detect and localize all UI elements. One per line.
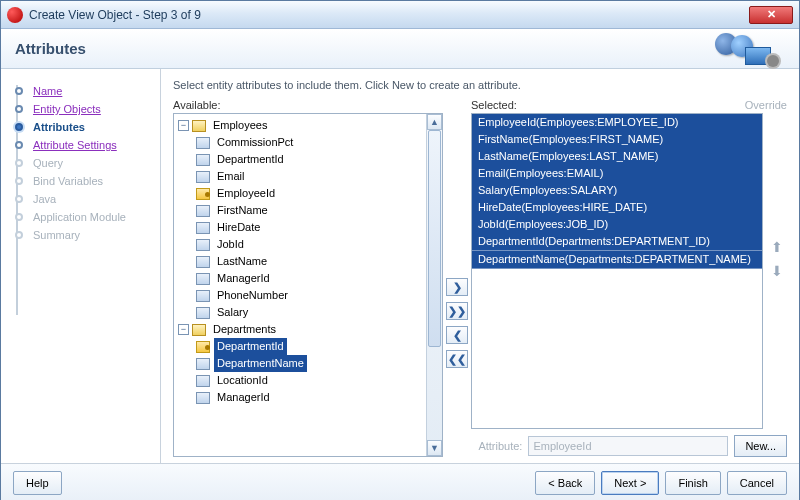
wizard-window: Create View Object - Step 3 of 9 ✕ Attri…	[0, 0, 800, 500]
help-button[interactable]: Help	[13, 471, 62, 495]
tree-item[interactable]: ManagerId	[196, 389, 440, 406]
cancel-button[interactable]: Cancel	[727, 471, 787, 495]
step-label: Application Module	[33, 211, 126, 223]
step-attributes[interactable]: Attributes	[7, 121, 154, 133]
step-java: Java	[7, 193, 154, 205]
tree-item[interactable]: JobId	[196, 236, 440, 253]
selected-list[interactable]: EmployeeId(Employees:EMPLOYEE_ID) FirstN…	[471, 113, 763, 429]
available-tree[interactable]: − Employees CommissionPct DepartmentId E…	[173, 113, 443, 457]
back-button[interactable]: < Back	[535, 471, 595, 495]
next-button[interactable]: Next >	[601, 471, 659, 495]
shuttle-buttons: ❯ ❯❯ ❮ ❮❮	[443, 99, 471, 457]
attribute-label: Attribute:	[478, 440, 522, 452]
entity-icon	[192, 324, 206, 336]
tree-item[interactable]: LastName	[196, 253, 440, 270]
list-item[interactable]: FirstName(Employees:FIRST_NAME)	[472, 131, 762, 148]
tree-label: Departments	[210, 321, 279, 338]
attribute-icon	[196, 137, 210, 149]
wizard-steps: Name Entity Objects Attributes Attribute…	[1, 69, 161, 463]
step-entity-objects[interactable]: Entity Objects	[7, 103, 154, 115]
move-down-icon[interactable]: ⬇	[771, 263, 783, 279]
tree-item[interactable]: FirstName	[196, 202, 440, 219]
finish-button[interactable]: Finish	[665, 471, 720, 495]
step-summary: Summary	[7, 229, 154, 241]
selected-label: Selected: Override	[471, 99, 787, 111]
tree-item[interactable]: DepartmentName	[196, 355, 440, 372]
attribute-icon	[196, 358, 210, 370]
tree-item[interactable]: Email	[196, 168, 440, 185]
tree-label: Employees	[210, 117, 270, 134]
scroll-up-icon[interactable]: ▲	[427, 114, 442, 130]
tree-label: DepartmentId	[214, 151, 287, 168]
tree-label: ManagerId	[214, 270, 273, 287]
selected-label-text: Selected:	[471, 99, 517, 111]
list-item[interactable]: DepartmentId(Departments:DEPARTMENT_ID)	[472, 233, 762, 250]
list-item[interactable]: JobId(Employees:JOB_ID)	[472, 216, 762, 233]
reorder-buttons: ⬆ ⬇	[767, 113, 787, 429]
collapse-icon[interactable]: −	[178, 324, 189, 335]
step-label: Java	[33, 193, 56, 205]
scrollbar[interactable]: ▲ ▼	[426, 114, 442, 456]
tree-item[interactable]: Salary	[196, 304, 440, 321]
wizard-footer: Help < Back Next > Finish Cancel	[1, 463, 799, 500]
step-label: Entity Objects	[33, 103, 101, 115]
tree-label: ManagerId	[214, 389, 273, 406]
entity-icon	[192, 120, 206, 132]
step-name[interactable]: Name	[7, 85, 154, 97]
move-up-icon[interactable]: ⬆	[771, 239, 783, 255]
close-button[interactable]: ✕	[749, 6, 793, 24]
tree-item[interactable]: ManagerId	[196, 270, 440, 287]
step-label: Bind Variables	[33, 175, 103, 187]
list-item[interactable]: Email(Employees:EMAIL)	[472, 165, 762, 182]
attribute-field[interactable]	[528, 436, 728, 456]
banner: Attributes	[1, 29, 799, 69]
tree-item[interactable]: HireDate	[196, 219, 440, 236]
tree-label: DepartmentId	[214, 338, 287, 355]
scroll-down-icon[interactable]: ▼	[427, 440, 442, 456]
key-icon	[196, 341, 210, 353]
step-label: Query	[33, 157, 63, 169]
step-bind-variables: Bind Variables	[7, 175, 154, 187]
list-item[interactable]: DepartmentName(Departments:DEPARTMENT_NA…	[472, 250, 762, 269]
tree-item[interactable]: CommissionPct	[196, 134, 440, 151]
tree-label: DepartmentName	[214, 355, 307, 372]
window-title: Create View Object - Step 3 of 9	[29, 8, 749, 22]
tree-label: CommissionPct	[214, 134, 296, 151]
override-link[interactable]: Override	[745, 99, 787, 111]
attribute-icon	[196, 171, 210, 183]
tree-item[interactable]: DepartmentId	[196, 151, 440, 168]
tree-item[interactable]: EmployeeId	[196, 185, 440, 202]
collapse-icon[interactable]: −	[178, 120, 189, 131]
tree-node-employees[interactable]: − Employees	[178, 117, 440, 134]
new-button[interactable]: New...	[734, 435, 787, 457]
tree-label: FirstName	[214, 202, 271, 219]
tree-item[interactable]: PhoneNumber	[196, 287, 440, 304]
key-icon	[196, 188, 210, 200]
attribute-icon	[196, 222, 210, 234]
tree-item[interactable]: DepartmentId	[196, 338, 440, 355]
tree-label: JobId	[214, 236, 247, 253]
step-label: Attribute Settings	[33, 139, 117, 151]
list-item[interactable]: HireDate(Employees:HIRE_DATE)	[472, 199, 762, 216]
attribute-icon	[196, 290, 210, 302]
add-all-button[interactable]: ❯❯	[446, 302, 468, 320]
titlebar[interactable]: Create View Object - Step 3 of 9 ✕	[1, 1, 799, 29]
instruction-text: Select entity attributes to include them…	[173, 79, 787, 91]
available-label: Available:	[173, 99, 443, 111]
scroll-thumb[interactable]	[428, 130, 441, 347]
app-icon	[7, 7, 23, 23]
list-item[interactable]: Salary(Employees:SALARY)	[472, 182, 762, 199]
tree-node-departments[interactable]: − Departments	[178, 321, 440, 338]
attribute-icon	[196, 256, 210, 268]
remove-all-button[interactable]: ❮❮	[446, 350, 468, 368]
list-item[interactable]: LastName(Employees:LAST_NAME)	[472, 148, 762, 165]
tree-label: EmployeeId	[214, 185, 278, 202]
banner-graphic	[709, 31, 789, 67]
remove-button[interactable]: ❮	[446, 326, 468, 344]
tree-item[interactable]: LocationId	[196, 372, 440, 389]
step-attribute-settings[interactable]: Attribute Settings	[7, 139, 154, 151]
list-item[interactable]: EmployeeId(Employees:EMPLOYEE_ID)	[472, 114, 762, 131]
tree-label: LastName	[214, 253, 270, 270]
add-button[interactable]: ❯	[446, 278, 468, 296]
tree-label: Salary	[214, 304, 251, 321]
